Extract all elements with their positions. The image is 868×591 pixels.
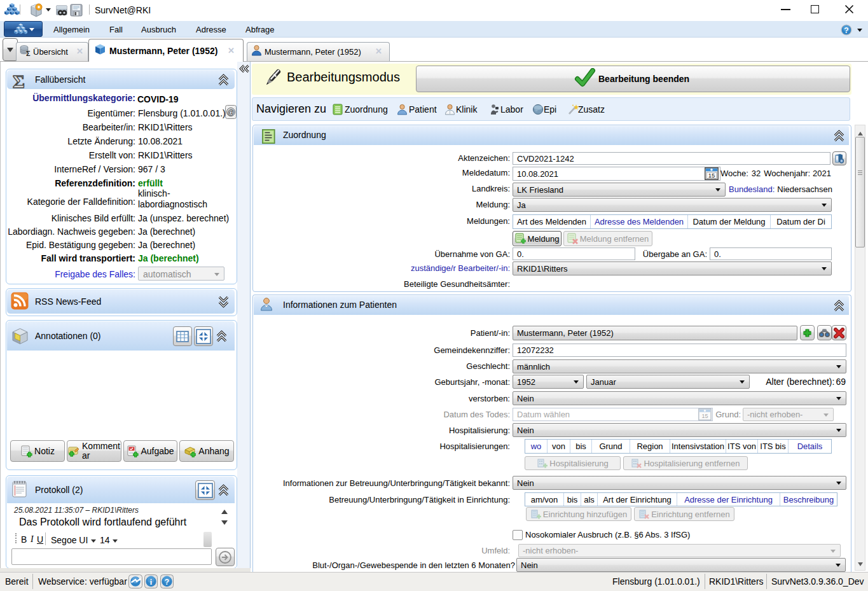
svg-text:Σ: Σ <box>26 50 31 57</box>
svg-text:15: 15 <box>708 172 715 179</box>
svg-text:?: ? <box>844 26 848 35</box>
svg-text:@: @ <box>227 108 234 116</box>
svg-text:Σ: Σ <box>13 71 25 90</box>
svg-text:?: ? <box>165 578 169 587</box>
